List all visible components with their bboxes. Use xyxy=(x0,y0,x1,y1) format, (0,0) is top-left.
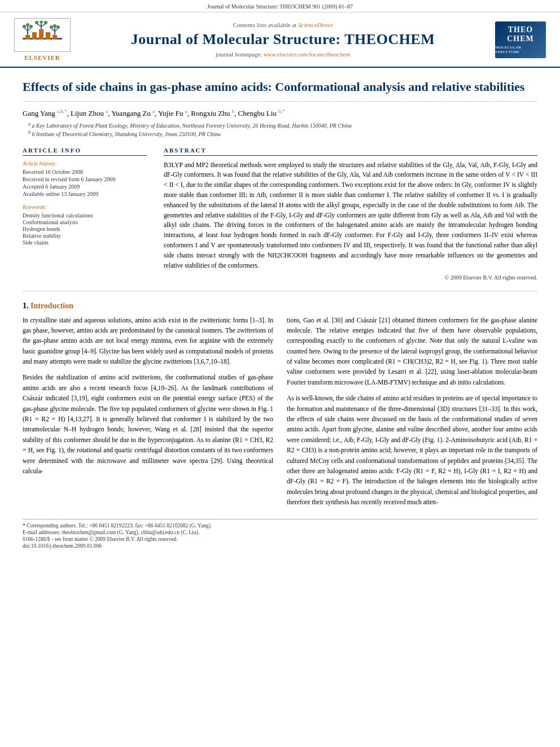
journal-header: ELSEVIER Contents lists available at Sci… xyxy=(0,12,560,68)
intro-paragraph-3: tions, Gao et al. [30] and Császár [21] … xyxy=(287,315,537,388)
svg-rect-3 xyxy=(39,29,43,40)
received-revised-date: Received in revised form 6 January 2009 xyxy=(23,176,147,182)
intro-right-col: tions, Gao et al. [30] and Császár [21] … xyxy=(287,315,537,513)
section-divider xyxy=(23,291,537,291)
elsevier-logo-area: ELSEVIER xyxy=(11,18,73,61)
intro-paragraph-4: As is well-known, the side chains of ami… xyxy=(287,393,537,507)
available-date: Available online 13 January 2009 xyxy=(23,191,147,197)
article-info-abstract: ARTICLE INFO Article history: Received 1… xyxy=(23,147,537,281)
homepage-url[interactable]: www.elsevier.com/locate/theochem xyxy=(264,51,350,58)
introduction-title: 1. Introduction xyxy=(23,302,537,311)
journal-bar-text: Journal of Molecular Structure: THEOCHEM… xyxy=(207,3,353,10)
keyword-1: Density functional calculations xyxy=(23,212,147,219)
article-title: Effects of side chains in gas-phase amin… xyxy=(23,79,537,102)
svg-rect-1 xyxy=(25,35,30,40)
theochem-logo: THEO CHEM MOLECULAR STRUCTURE xyxy=(492,21,549,58)
elsevier-logo-image xyxy=(14,18,71,52)
affiliation-b: b b Institute of Theoretical Chemistry, … xyxy=(23,130,537,137)
affiliation-a: a a Key Laboratory of Forest Plant Ecolo… xyxy=(23,121,537,129)
received-date: Received 16 October 2008 xyxy=(23,169,147,175)
main-content: Effects of side chains in gas-phase amin… xyxy=(0,68,560,561)
footnote-issn: 0166-1280/$ - see front matter © 2009 El… xyxy=(23,536,537,542)
svg-point-11 xyxy=(26,23,29,27)
svg-line-14 xyxy=(41,24,46,27)
theochem-logo-box: THEO CHEM MOLECULAR STRUCTURE xyxy=(495,21,546,58)
keyword-4: Relative stability xyxy=(23,233,147,239)
svg-point-16 xyxy=(44,21,47,24)
elsevier-label: ELSEVIER xyxy=(24,54,60,61)
header-center: Contents lists available at ScienceDirec… xyxy=(73,21,492,57)
keyword-5: Side chains xyxy=(23,239,147,246)
svg-point-9 xyxy=(23,25,26,28)
keywords-section: Keywords: Density functional calculation… xyxy=(23,204,147,246)
journal-homepage: journal homepage: www.elsevier.com/locat… xyxy=(79,51,487,58)
copyright-line: © 2009 Elsevier B.V. All rights reserved… xyxy=(164,274,537,281)
intro-left-col: In crystalline state and aqueous solutio… xyxy=(23,315,273,513)
journal-title: Journal of Molecular Structure: THEOCHEM xyxy=(79,30,487,48)
svg-rect-4 xyxy=(46,32,50,40)
authors-text: Gang Yang a,b,*, Lijun Zhou a, Yuangang … xyxy=(23,109,285,117)
svg-rect-2 xyxy=(32,32,37,40)
svg-rect-5 xyxy=(53,35,57,40)
keyword-3: Hydrogen bonds xyxy=(23,226,147,232)
footnote-area: * Corresponding authors. Tel.: +86 0451 … xyxy=(23,519,537,549)
svg-line-13 xyxy=(37,24,41,27)
svg-point-15 xyxy=(35,21,38,24)
svg-point-23 xyxy=(53,24,56,28)
footnote-email: E-mail addresses: theobiochen@gmail.com … xyxy=(23,530,537,535)
authors-line: Gang Yang a,b,*, Lijun Zhou a, Yuangang … xyxy=(23,108,537,118)
abstract-header: ABSTRACT xyxy=(164,147,537,156)
article-history-label: Article history: xyxy=(23,160,147,167)
sciencedirect-line: Contents lists available at ScienceDirec… xyxy=(79,21,487,28)
svg-point-22 xyxy=(56,25,60,29)
footnote-star: * Corresponding authors. Tel.: +86 0451 … xyxy=(23,523,537,528)
section-title-text: Introduction xyxy=(30,302,73,310)
intro-paragraph-1: In crystalline state and aqueous solutio… xyxy=(23,315,273,367)
abstract-text: B3LYP and MP2 theoretical methods were e… xyxy=(164,160,537,271)
article-info-column: ARTICLE INFO Article history: Received 1… xyxy=(23,147,147,281)
sciencedirect-link[interactable]: ScienceDirect xyxy=(298,21,333,28)
svg-point-21 xyxy=(50,25,53,29)
article-info-header: ARTICLE INFO xyxy=(23,147,147,156)
section-number: 1. xyxy=(23,302,29,310)
svg-point-17 xyxy=(40,21,43,23)
keywords-label: Keywords: xyxy=(23,204,147,210)
journal-bar: Journal of Molecular Structure: THEOCHEM… xyxy=(0,0,560,12)
svg-point-10 xyxy=(29,25,33,28)
keyword-2: Conformational analysis xyxy=(23,219,147,225)
intro-paragraph-2: Besides the stabilization of amino acid … xyxy=(23,372,273,476)
accepted-date: Accepted 6 January 2009 xyxy=(23,184,147,190)
abstract-column: ABSTRACT B3LYP and MP2 theoretical metho… xyxy=(164,147,537,281)
footnote-doi: doi:10.1016/j.theochem.2009.01.006 xyxy=(23,543,537,549)
introduction-body: In crystalline state and aqueous solutio… xyxy=(23,315,537,513)
